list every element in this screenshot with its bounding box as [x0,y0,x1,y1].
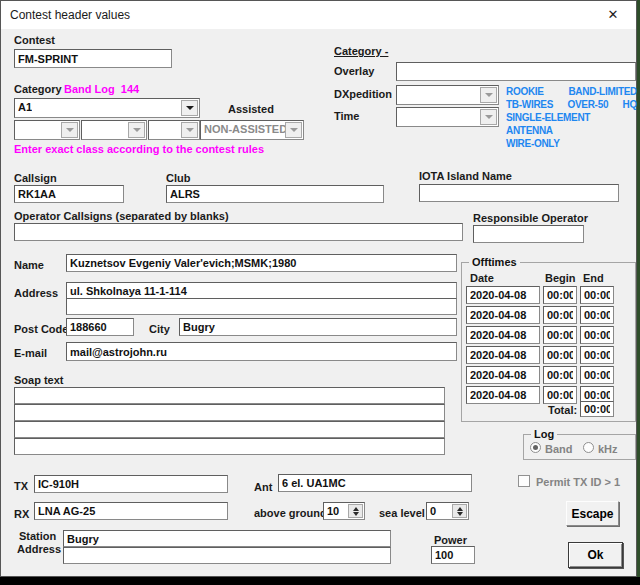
club-label: Club [166,172,190,184]
overlay-label: Overlay [334,65,374,77]
hint-band-limited: BAND-LIMITED [568,85,637,98]
power-input[interactable] [431,546,475,564]
chevron-down-icon [181,122,198,138]
city-input[interactable] [179,318,457,336]
callsign-label: Callsign [14,172,57,184]
dxpedition-combobox [396,85,499,105]
offtime-date-input[interactable] [466,386,540,404]
offtime-date-input[interactable] [466,326,540,344]
power-label: Power [434,534,467,546]
chevron-down-icon [285,122,302,138]
offtimes-begin-header: Begin [545,272,576,284]
offtime-begin-input[interactable] [543,286,577,304]
band-radio[interactable] [530,442,541,453]
window-title: Contest header values [10,8,130,22]
contest-header-dialog: Contest header values ✕ Contest Category… [0,0,637,577]
postcode-input[interactable] [66,318,134,336]
category-class-value: A1 [18,101,32,113]
chevron-down-icon[interactable] [181,100,198,116]
offtime-date-input[interactable] [466,286,540,304]
address-line1-input[interactable] [66,282,457,299]
offtime-end-input[interactable] [580,326,614,344]
offtime-end-input[interactable] [580,366,614,384]
offtime-date-input[interactable] [466,346,540,364]
time-combobox [396,107,499,127]
titlebar[interactable]: Contest header values ✕ [1,1,636,29]
chevron-down-icon [480,87,497,103]
offtimes-group: Offtimes Date Begin End Total: [461,262,636,422]
permit-txid-checkbox[interactable] [518,475,530,487]
khz-radio-label: kHz [598,443,618,455]
offtime-begin-input[interactable] [543,386,577,404]
soap-line2-input[interactable] [14,404,445,421]
offtime-date-input[interactable] [466,306,540,324]
log-group: Log Band kHz [523,434,636,460]
offtimes-title: Offtimes [469,256,520,268]
station-address-line2-input[interactable] [63,547,391,564]
offtime-end-input[interactable] [580,346,614,364]
soap-line4-input[interactable] [14,438,445,455]
address-label: Address [14,287,58,299]
close-icon[interactable]: ✕ [604,6,622,24]
desktop-background-bottom [0,577,640,585]
hint-over-50: OVER-50 [567,98,608,111]
offtimes-date-header: Date [470,272,494,284]
responsible-operator-input[interactable] [473,225,584,243]
tx-input[interactable] [34,475,228,493]
dxpedition-label: DXpedition [334,88,392,100]
spinner-arrows-icon[interactable] [348,504,363,518]
assisted-value: NON-ASSISTED [204,123,287,135]
offtimes-total-label: Total: [548,404,577,416]
escape-button[interactable]: Escape [566,501,619,526]
station-address-line1-input[interactable] [63,530,391,547]
soap-line1-input[interactable] [14,387,445,404]
khz-radio[interactable] [583,442,594,453]
chevron-down-icon [480,109,497,125]
responsible-operator-label: Responsible Operator [473,212,588,224]
city-label: City [149,323,170,335]
ok-button[interactable]: Ok [568,542,623,568]
hint-wire-only: WIRE-ONLY [506,138,560,149]
contest-label: Contest [14,34,55,46]
spinner-arrows-icon[interactable] [452,504,467,518]
offtime-begin-input[interactable] [543,326,577,344]
offtime-date-input[interactable] [466,366,540,384]
overlay-input[interactable] [396,62,636,81]
hint-rookie: ROOKIE [506,85,544,98]
above-ground-label: above ground [254,507,327,519]
offtimes-total-value [580,401,614,417]
offtime-begin-input[interactable] [543,366,577,384]
callsign-input[interactable] [14,185,124,203]
assisted-label: Assisted [228,103,274,115]
category-sub1-combobox [14,120,80,140]
hint-tb-wires: TB-WIRES [506,98,553,111]
time-label: Time [334,110,359,122]
club-input[interactable] [166,185,384,203]
operators-input[interactable] [14,223,463,241]
contest-input[interactable] [14,49,172,68]
postcode-label: Post Code [14,323,68,335]
offtime-begin-input[interactable] [543,346,577,364]
email-input[interactable] [66,342,457,361]
sea-level-stepper[interactable]: 0 [426,502,469,520]
iota-input[interactable] [419,184,619,202]
above-ground-stepper[interactable]: 10 [323,502,365,520]
ant-input[interactable] [278,474,472,492]
offtime-begin-input[interactable] [543,306,577,324]
chevron-down-icon [128,122,145,138]
offtime-end-input[interactable] [580,306,614,324]
soap-text-label: Soap text [14,374,64,386]
offtime-end-input[interactable] [580,286,614,304]
category-label: Category [14,83,62,95]
sea-level-value: 0 [430,505,436,517]
category-class-combobox[interactable]: A1 [14,98,200,118]
soap-line3-input[interactable] [14,421,445,438]
category-sub3-combobox [148,120,200,140]
hint-single-element-antenna: SINGLE-ELEMENT ANTENNA [506,112,590,136]
address-line2-input[interactable] [66,298,457,315]
name-input[interactable] [66,254,457,272]
email-label: E-mail [14,347,47,359]
rx-input[interactable] [34,502,228,520]
log-group-title: Log [531,428,557,440]
operators-label: Operator Callsigns (separated by blanks) [14,210,229,222]
